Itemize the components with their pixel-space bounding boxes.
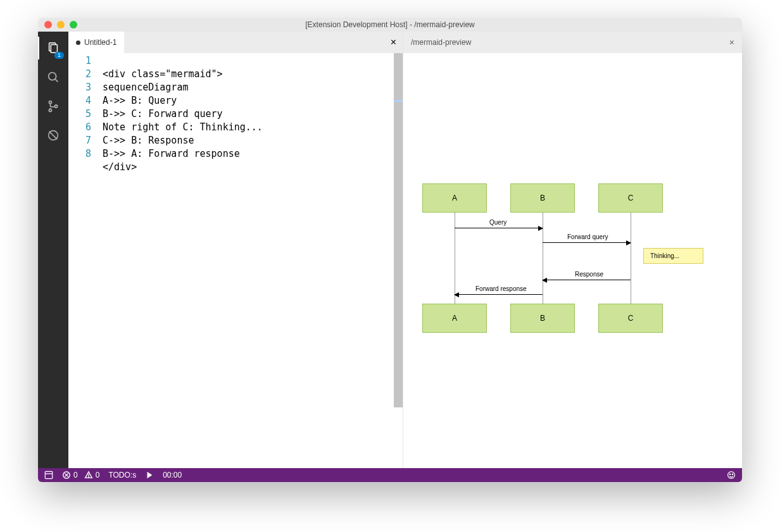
code-content[interactable]: <div class="mermaid"> sequenceDiagram A-… <box>103 53 263 468</box>
svg-point-2 <box>49 73 56 80</box>
code-editor[interactable]: 1 2 3 4 5 6 7 8 <div class="mermaid"> se… <box>68 53 403 468</box>
message-arrow <box>455 294 543 295</box>
explorer-icon[interactable]: 1 <box>44 39 62 57</box>
message-label: Response <box>572 271 606 278</box>
status-bar: 0 0 TODO:s 00:00 <box>38 468 742 482</box>
tab-preview[interactable]: /mermaid-preview × <box>403 32 742 53</box>
tab-untitled[interactable]: Untitled-1 <box>68 32 124 53</box>
message-arrow <box>543 242 631 243</box>
message-arrow <box>543 280 631 280</box>
status-todo[interactable]: TODO:s <box>108 471 136 479</box>
svg-point-6 <box>55 105 58 108</box>
status-problems[interactable]: 0 0 <box>62 471 99 479</box>
status-feedback-icon[interactable] <box>727 471 736 479</box>
mermaid-preview-panel: A B C Query Forward query Thinking... Re… <box>403 53 742 468</box>
editor-area: Untitled-1 × 1 2 3 4 5 6 7 8 <box>68 32 742 468</box>
status-host-icon[interactable] <box>44 471 53 479</box>
svg-point-17 <box>732 474 733 474</box>
editor-group-right: /mermaid-preview × A B C <box>403 32 742 468</box>
svg-point-5 <box>49 109 51 111</box>
svg-point-16 <box>729 474 730 474</box>
message-label: Forward query <box>565 233 610 240</box>
traffic-lights <box>38 21 77 28</box>
window-close-button[interactable] <box>44 21 52 28</box>
message-label: Query <box>487 219 509 226</box>
search-icon[interactable] <box>44 68 62 86</box>
diagram-note: Thinking... <box>643 248 703 264</box>
actor-a-top: A <box>422 183 487 213</box>
app-window: [Extension Development Host] - /mermaid-… <box>38 18 742 482</box>
source-control-icon[interactable] <box>44 97 62 115</box>
tab-label: /mermaid-preview <box>411 38 471 47</box>
explorer-badge: 1 <box>54 52 64 59</box>
dirty-indicator-icon <box>76 40 80 45</box>
status-play-icon[interactable] <box>145 471 154 479</box>
editor-group-left: Untitled-1 × 1 2 3 4 5 6 7 8 <box>68 32 403 468</box>
actor-b-top: B <box>510 183 575 213</box>
editor-actions-close-icon[interactable]: × <box>391 37 403 48</box>
actor-c-top: C <box>598 183 663 213</box>
minimap-selection-marker <box>394 100 403 102</box>
window-minimize-button[interactable] <box>57 21 65 28</box>
scrollbar-thumb[interactable] <box>394 53 403 407</box>
window-title: [Extension Development Host] - /mermaid-… <box>38 20 742 29</box>
window-zoom-button[interactable] <box>70 21 77 28</box>
status-errors-count: 0 <box>73 471 78 479</box>
status-timer[interactable]: 00:00 <box>163 471 182 479</box>
debug-icon[interactable] <box>44 127 62 144</box>
actor-a-bottom: A <box>422 304 487 333</box>
tab-label: Untitled-1 <box>84 38 116 47</box>
actor-c-bottom: C <box>598 304 663 333</box>
titlebar[interactable]: [Extension Development Host] - /mermaid-… <box>38 18 742 32</box>
tab-bar-right: /mermaid-preview × <box>403 32 742 53</box>
close-icon[interactable]: × <box>729 37 734 47</box>
actor-b-bottom: B <box>510 304 575 333</box>
message-label: Forward response <box>473 285 529 292</box>
activity-bar: 1 <box>38 32 68 468</box>
svg-line-3 <box>55 79 58 82</box>
svg-point-4 <box>49 101 51 104</box>
status-warnings-count: 0 <box>96 471 100 479</box>
svg-point-14 <box>88 476 89 477</box>
editor-scrollbar[interactable] <box>394 53 403 468</box>
message-arrow <box>455 228 543 228</box>
svg-rect-9 <box>45 471 52 478</box>
tab-bar-left: Untitled-1 × <box>68 32 403 53</box>
line-number-gutter: 1 2 3 4 5 6 7 8 <box>68 53 103 468</box>
svg-line-8 <box>49 132 58 140</box>
